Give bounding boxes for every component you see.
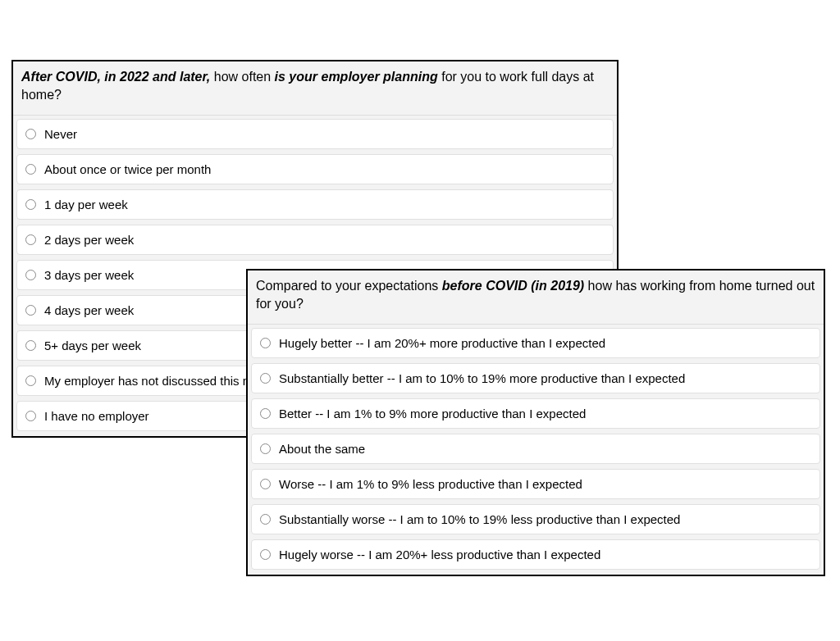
option-label: Better -- I am 1% to 9% more productive … [279, 407, 586, 421]
radio-icon [260, 443, 271, 454]
option-label: Hugely better -- I am 20%+ more producti… [279, 336, 605, 350]
radio-icon [260, 514, 271, 525]
question-segment: how often [210, 70, 274, 84]
option-row[interactable]: Better -- I am 1% to 9% more productive … [251, 398, 820, 429]
radio-icon [260, 338, 271, 348]
option-row[interactable]: 1 day per week [16, 189, 614, 220]
option-row[interactable]: Never [16, 119, 614, 149]
radio-icon [25, 375, 36, 386]
survey-panel-wfh-expectations: Compared to your expectations before COV… [246, 269, 825, 576]
option-label: 4 days per week [44, 303, 134, 317]
question-text: Compared to your expectations before COV… [248, 270, 824, 325]
question-segment: before COVID (in 2019) [442, 279, 584, 293]
question-segment: Compared to your expectations [256, 279, 442, 293]
option-label: 3 days per week [44, 268, 134, 282]
radio-icon [260, 408, 271, 419]
option-label: Substantially worse -- I am to 10% to 19… [279, 512, 680, 526]
option-row[interactable]: Worse -- I am 1% to 9% less productive t… [251, 469, 820, 499]
option-label: 5+ days per week [44, 339, 141, 352]
radio-icon [25, 129, 36, 139]
option-label: Hugely worse -- I am 20%+ less productiv… [279, 548, 600, 561]
radio-icon [25, 340, 36, 351]
option-label: I have no employer [44, 409, 149, 423]
option-row[interactable]: About the same [251, 434, 820, 464]
option-label: About once or twice per month [44, 162, 211, 176]
option-label: About the same [279, 442, 365, 456]
radio-icon [25, 164, 36, 175]
option-row[interactable]: About once or twice per month [16, 154, 614, 184]
option-label: Substantially better -- I am to 10% to 1… [279, 371, 685, 385]
radio-icon [260, 479, 271, 489]
radio-icon [25, 270, 36, 280]
question-segment: is your employer planning [275, 70, 438, 84]
option-row[interactable]: Substantially worse -- I am to 10% to 19… [251, 504, 820, 534]
option-row[interactable]: Substantially better -- I am to 10% to 1… [251, 363, 820, 393]
option-label: 1 day per week [44, 198, 128, 211]
option-row[interactable]: Hugely better -- I am 20%+ more producti… [251, 328, 820, 358]
question-segment: After COVID, in 2022 and later, [21, 70, 210, 84]
option-row[interactable]: Hugely worse -- I am 20%+ less productiv… [251, 539, 820, 570]
option-label: Worse -- I am 1% to 9% less productive t… [279, 477, 582, 491]
radio-icon [25, 234, 36, 245]
option-label: Never [44, 127, 77, 141]
option-row[interactable]: 2 days per week [16, 225, 614, 255]
radio-icon [25, 305, 36, 316]
option-label: 2 days per week [44, 233, 134, 247]
question-text: After COVID, in 2022 and later, how ofte… [13, 61, 617, 116]
radio-icon [25, 199, 36, 210]
radio-icon [25, 411, 36, 421]
option-list: Hugely better -- I am 20%+ more producti… [248, 325, 824, 575]
radio-icon [260, 373, 271, 384]
radio-icon [260, 549, 271, 560]
